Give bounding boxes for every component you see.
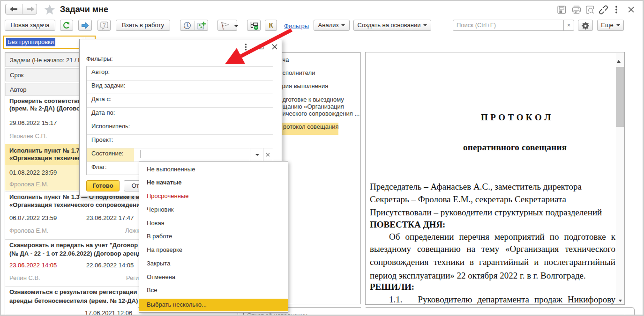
svg-text:?: ? [103, 22, 105, 28]
